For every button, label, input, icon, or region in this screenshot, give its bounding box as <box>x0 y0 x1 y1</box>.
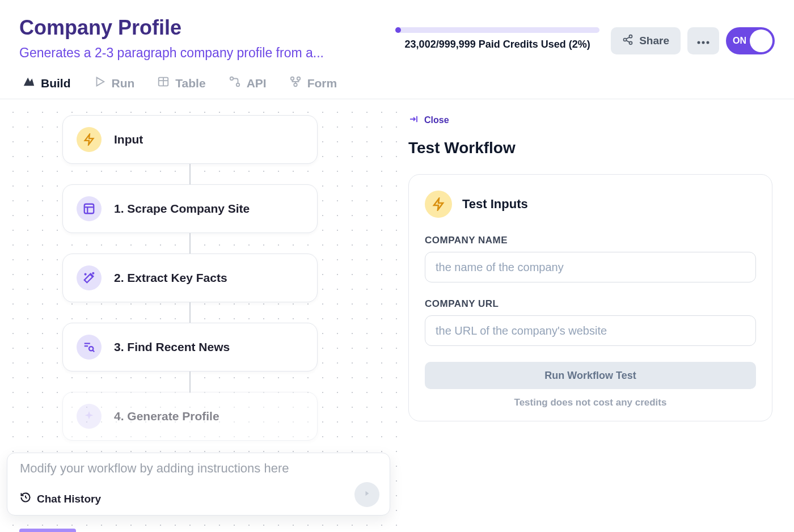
bolt-icon <box>77 127 102 152</box>
api-icon <box>229 75 241 91</box>
svg-point-1 <box>624 38 627 41</box>
node-input[interactable]: Input <box>62 115 318 164</box>
play-icon <box>94 75 106 91</box>
form-icon <box>289 75 302 91</box>
sparkle-icon <box>77 404 102 429</box>
node-label: 1. Scrape Company Site <box>114 202 250 216</box>
tab-table[interactable]: Table <box>157 75 205 99</box>
card-title: Test Inputs <box>462 197 528 212</box>
svg-line-27 <box>26 497 27 499</box>
company-name-input[interactable] <box>425 252 756 282</box>
tab-run[interactable]: Run <box>94 75 135 99</box>
chat-history-label: Chat History <box>37 493 101 505</box>
close-panel-button[interactable]: Close <box>408 114 772 126</box>
send-button[interactable] <box>354 482 379 507</box>
history-icon <box>20 492 31 506</box>
svg-rect-17 <box>85 204 94 214</box>
svg-point-16 <box>294 83 297 87</box>
svg-point-7 <box>707 41 709 44</box>
chat-bar: Chat History <box>7 453 390 516</box>
table-icon <box>157 75 170 91</box>
build-icon <box>23 75 35 91</box>
layout-icon <box>77 196 102 221</box>
svg-point-12 <box>230 77 233 81</box>
close-label: Close <box>424 115 449 125</box>
node-label: Input <box>114 133 143 146</box>
node-label: 3. Find Recent News <box>114 340 230 354</box>
workflow-canvas[interactable]: Input 1. Scrape Company Site 2. Extract … <box>0 99 397 527</box>
field-label-company-url: COMPANY URL <box>425 298 756 310</box>
chat-history-button[interactable]: Chat History <box>20 492 377 506</box>
more-button[interactable] <box>687 27 719 54</box>
node-scrape[interactable]: 1. Scrape Company Site <box>62 184 318 233</box>
chat-input[interactable] <box>20 461 377 476</box>
svg-point-14 <box>290 77 294 81</box>
node-extract[interactable]: 2. Extract Key Facts <box>62 254 318 302</box>
close-arrow-icon <box>408 114 419 126</box>
bolt-icon <box>425 191 452 218</box>
share-icon <box>622 34 633 48</box>
svg-point-2 <box>630 41 632 44</box>
node-news[interactable]: 3. Find Recent News <box>62 323 318 371</box>
node-label: 2. Extract Key Facts <box>114 271 227 285</box>
page-subtitle: Generates a 2-3 paragraph company profil… <box>19 45 354 61</box>
tab-build[interactable]: Build <box>23 75 71 99</box>
svg-point-5 <box>698 41 700 44</box>
svg-point-24 <box>89 347 93 351</box>
send-icon <box>361 488 373 501</box>
panel-title: Test Workflow <box>408 139 772 157</box>
svg-line-25 <box>92 351 94 352</box>
tabs: Build Run Table API Form <box>0 61 794 99</box>
field-label-company-name: COMPANY NAME <box>425 235 756 246</box>
svg-marker-8 <box>96 78 104 86</box>
credits-meter: 23,002/999,999 Paid Credits Used (2%) <box>395 16 599 50</box>
share-label: Share <box>639 35 669 47</box>
enabled-toggle[interactable]: ON <box>726 27 775 54</box>
test-inputs-card: Test Inputs COMPANY NAME COMPANY URL Run… <box>408 174 772 421</box>
test-hint: Testing does not cost any credits <box>425 397 756 408</box>
svg-point-0 <box>630 35 632 37</box>
company-url-input[interactable] <box>425 315 756 346</box>
page-title: Company Profile <box>19 16 384 40</box>
svg-line-4 <box>626 40 630 42</box>
svg-line-3 <box>626 37 630 39</box>
run-test-button[interactable]: Run Workflow Test <box>425 362 756 389</box>
tab-form[interactable]: Form <box>289 75 337 99</box>
tab-api[interactable]: API <box>229 75 267 99</box>
svg-point-21 <box>92 273 94 274</box>
node-label: 4. Generate Profile <box>114 409 219 423</box>
credits-text: 23,002/999,999 Paid Credits Used (2%) <box>405 39 590 50</box>
search-list-icon <box>77 335 102 360</box>
svg-point-6 <box>702 41 705 44</box>
share-button[interactable]: Share <box>611 27 681 54</box>
svg-point-13 <box>236 83 239 87</box>
svg-point-15 <box>297 77 300 81</box>
toggle-label: ON <box>733 36 746 46</box>
svg-point-20 <box>85 274 86 275</box>
node-generate[interactable]: 4. Generate Profile <box>62 392 318 441</box>
dots-icon <box>696 35 710 47</box>
wand-icon <box>77 265 102 290</box>
